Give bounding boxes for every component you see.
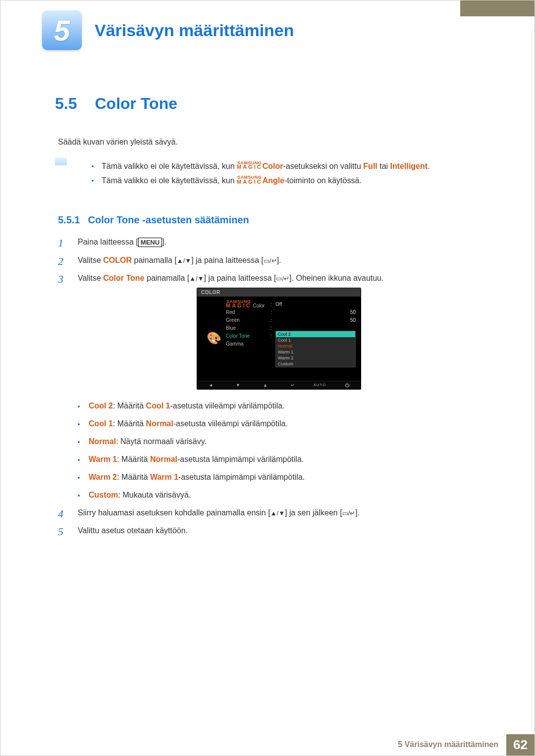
samsung-magic-logo: SAMSUNGMAGIC <box>226 300 252 308</box>
osd-down-icon: ▼ <box>224 381 252 389</box>
list-item: Warm 2: Määritä Warm 1-asetusta lämpimäm… <box>78 473 480 482</box>
keyword: Intelligent <box>390 162 428 170</box>
step-text: Valitse <box>78 256 103 264</box>
enter-icon: ↵ <box>284 275 289 282</box>
page-footer: 5 Värisävyn määrittäminen 62 <box>0 734 535 756</box>
step-item: Paina laitteessa [MENU]. <box>58 238 480 247</box>
note-icon <box>55 157 67 165</box>
list-item: Warm 1: Määritä Normal-asetusta lämpimäm… <box>78 455 480 464</box>
step-text: ]. <box>355 508 360 517</box>
osd-option: Custom <box>276 361 355 367</box>
note-text: -asetukseksi on valittu <box>283 162 363 170</box>
updown-icon: ▲/▼ <box>189 275 204 282</box>
list-item: Normal: Näytä normaali värisävy. <box>78 437 480 446</box>
osd-dropdown: Cool 2 Cool 1 Normal Warm 1 Warm 2 Custo… <box>275 331 356 367</box>
content: 5.5Color Tone Säädä kuvan värien yleistä… <box>0 50 535 535</box>
step-text: ]. Oheinen ikkuna avautuu. <box>289 274 383 282</box>
osd-label: Gamma <box>226 341 270 347</box>
osd-up-icon: ▲ <box>252 381 279 389</box>
keyword: Normal <box>150 455 177 463</box>
step-text: Valittu asetus otetaan käyttöön. <box>78 526 188 535</box>
note-text: Tämä valikko ei ole käytettävissä, kun <box>102 162 237 170</box>
step-text: Valitse <box>78 274 103 282</box>
updown-icon: ▲/▼ <box>270 509 285 517</box>
keyword: Normal <box>146 419 173 428</box>
step-item: Valitse Color Tone painamalla [▲/▼] ja p… <box>58 274 480 500</box>
samsung-magic-logo: SAMSUNGMAGIC <box>237 161 263 169</box>
osd-button-bar: ◄ ▼ ▲ ↵ AUTO ⏻ <box>197 381 361 389</box>
intro-text: Säädä kuvan värien yleistä sävyä. <box>58 138 480 147</box>
osd-title: COLOR <box>197 288 361 297</box>
note-item: Tämä valikko ei ole käytettävissä, kun S… <box>92 161 430 171</box>
steps-list: Paina laitteessa [MENU]. Valitse COLOR p… <box>58 238 480 535</box>
list-item: Custom: Mukauta värisävyä. <box>78 491 480 500</box>
section-heading: 5.5Color Tone <box>55 95 480 113</box>
osd-value: 50 <box>341 309 356 315</box>
subsection-title: Color Tone -asetusten säätäminen <box>88 214 249 225</box>
keyword: Angle <box>263 177 284 185</box>
section-title: Color Tone <box>95 95 177 112</box>
osd-screenshot: COLOR 🎨 SAMSUNGMAGIC Color : Off Red:50 … <box>197 288 361 390</box>
osd-power-icon: ⏻ <box>333 381 361 389</box>
page: 5 Värisävyn määrittäminen 5.5Color Tone … <box>0 0 535 756</box>
enter-icon: ↵ <box>350 510 355 516</box>
step-text: painamalla [ <box>132 256 177 264</box>
note-text: . <box>428 162 429 170</box>
osd-menu: SAMSUNGMAGIC Color : Off Red:50 Green:50… <box>226 301 356 376</box>
osd-label: Blue <box>226 325 270 331</box>
step-text: ] ja sen jälkeen [ <box>285 508 342 517</box>
keyword: Full <box>363 162 377 170</box>
osd-option: Normal <box>276 343 355 349</box>
keyword: Color Tone <box>103 274 144 282</box>
section-number: 5.5 <box>55 95 77 112</box>
chapter-title: Värisävyn määrittäminen <box>95 21 294 40</box>
samsung-magic-logo: SAMSUNGMAGIC <box>237 176 263 184</box>
chapter-number: 5 <box>54 14 70 47</box>
footer-chapter-label: 5 Värisävyn määrittäminen <box>390 734 506 756</box>
page-number: 62 <box>506 734 535 756</box>
note-text: Tämä valikko ei ole käytettävissä, kun <box>102 177 237 185</box>
subsection-number: 5.5.1 <box>58 214 80 225</box>
source-icon: ▭ <box>264 257 269 264</box>
osd-option: Warm 1 <box>276 349 355 355</box>
step-text: ]. <box>277 256 281 264</box>
bullet-icon <box>92 180 94 182</box>
step-text: ]. <box>162 238 166 246</box>
osd-row: SAMSUNGMAGIC Color : Off <box>226 301 356 308</box>
keyword: Cool 1 <box>89 419 113 428</box>
decorative-side-bar <box>531 30 535 734</box>
bullet-icon <box>92 165 94 167</box>
decorative-top-bar <box>460 0 535 16</box>
osd-row: Blue: Cool 2 Cool 1 Normal Warm 1 Warm 2… <box>226 324 356 332</box>
step-text: ] ja paina laitteessa [ <box>191 256 264 264</box>
osd-enter-icon: ↵ <box>279 381 306 389</box>
chapter-number-badge: 5 <box>42 10 82 50</box>
osd-value: 50 <box>341 317 356 323</box>
step-text: Siirry haluamasi asetuksen kohdalle pain… <box>78 508 270 517</box>
osd-auto-label: AUTO <box>306 381 333 389</box>
osd-option: Warm 2 <box>276 355 355 361</box>
source-icon: ▭ <box>276 275 282 282</box>
osd-left-icon: ◄ <box>197 381 224 389</box>
osd-body: 🎨 SAMSUNGMAGIC Color : Off Red:50 Green:… <box>197 297 361 381</box>
subsection-heading: 5.5.1Color Tone -asetusten säätäminen <box>58 214 480 226</box>
keyword: Color <box>263 162 283 170</box>
step-text: ] ja paina laitteessa [ <box>204 274 276 282</box>
keyword: Cool 2 <box>89 402 113 410</box>
note-item: Tämä valikko ei ole käytettävissä, kun S… <box>92 176 430 185</box>
updown-icon: ▲/▼ <box>177 257 191 264</box>
notes-block: Tämä valikko ei ole käytettävissä, kun S… <box>55 156 480 191</box>
osd-row: Green:50 <box>226 316 356 324</box>
keyword: Warm 2 <box>89 473 117 481</box>
step-text: Paina laitteessa [ <box>78 238 138 246</box>
keyword: COLOR <box>103 256 132 264</box>
keyword: Warm 1 <box>89 455 117 463</box>
keyword: Warm 1 <box>150 473 178 481</box>
osd-label-highlight: Color Tone <box>226 333 270 339</box>
enter-icon: ↵ <box>271 257 277 264</box>
step-item: Valitse COLOR painamalla [▲/▼] ja paina … <box>58 256 480 265</box>
keyword: Normal <box>89 437 116 446</box>
osd-option: Cool 1 <box>276 337 355 343</box>
osd-label: SAMSUNGMAGIC Color <box>226 300 270 308</box>
osd-label: Green <box>226 317 270 323</box>
